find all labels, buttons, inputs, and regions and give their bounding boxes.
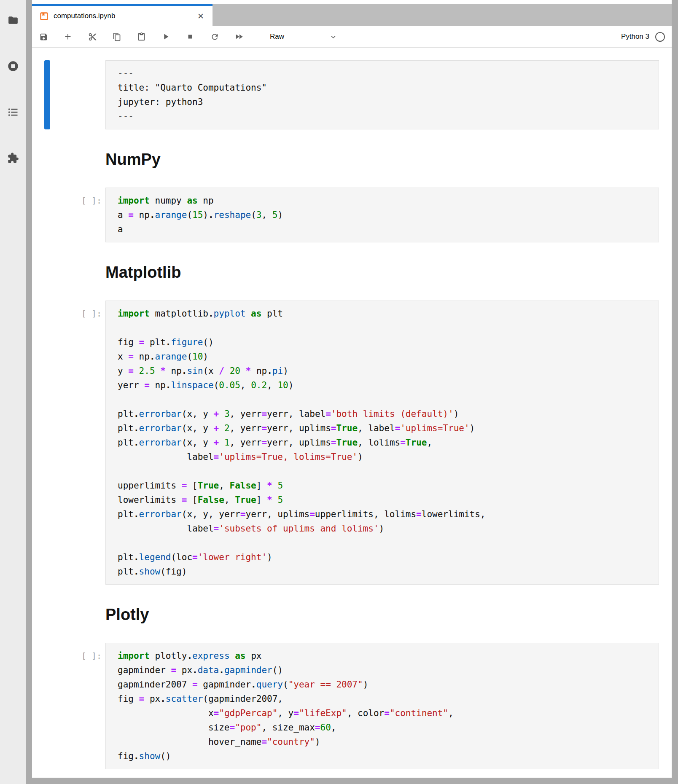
code-cell: [ ]:import matplotlib.pyplot as plt fig … (44, 301, 659, 585)
activity-sidebar (0, 0, 26, 784)
code-line[interactable]: --- (118, 109, 654, 124)
cell-collapser[interactable] (44, 60, 50, 129)
stop-icon (186, 33, 194, 40)
code-line[interactable]: size="pop", size_max=60, (118, 720, 654, 735)
code-line[interactable]: fig = plt.figure() (118, 335, 654, 349)
raw-cell: ---title: "Quarto Computations"jupyter: … (44, 60, 659, 129)
cell-editor[interactable]: import matplotlib.pyplot as plt fig = pl… (105, 301, 659, 585)
code-line[interactable]: a = np.arange(15).reshape(3, 5) (118, 208, 654, 222)
code-line[interactable]: import numpy as np (118, 193, 654, 208)
sidebar-item-extensions[interactable] (5, 150, 22, 166)
code-line[interactable] (118, 464, 654, 478)
markdown-heading[interactable]: Plotly (105, 603, 659, 626)
insert-cell-button[interactable] (63, 32, 73, 41)
copy-cells-button[interactable] (112, 32, 121, 41)
plus-icon (63, 32, 73, 41)
cell-collapser[interactable] (44, 643, 50, 769)
tab-close-icon[interactable]: ✕ (197, 11, 204, 21)
code-line[interactable]: gapminder = px.data.gapminder() (118, 663, 654, 677)
code-line[interactable]: label='uplims=True, lolims=True') (118, 450, 654, 464)
markdown-heading[interactable]: Matplotlib (105, 261, 659, 284)
code-line[interactable]: plt.errorbar(x, y + 3, yerr=yerr, label=… (118, 407, 654, 421)
kernel-idle-indicator-icon[interactable] (655, 32, 665, 42)
cell-editor[interactable]: import numpy as npa = np.arange(15).resh… (105, 188, 659, 242)
list-icon (7, 106, 19, 118)
menubar-bottom-strip (32, 0, 672, 4)
code-line[interactable]: title: "Quarto Computations" (118, 81, 654, 95)
stop-circle-icon (7, 60, 19, 72)
cell-collapser[interactable] (44, 188, 50, 242)
code-line[interactable] (118, 392, 654, 407)
sidebar-splitter[interactable] (26, 0, 32, 784)
markdown-heading[interactable]: NumPy (105, 148, 659, 171)
tab-computations-notebook[interactable]: computations.ipynb ✕ (32, 4, 213, 26)
sidebar-item-table-of-contents[interactable] (5, 104, 22, 121)
code-line[interactable]: hover_name="country") (118, 735, 654, 749)
kernel-status: Python 3 (621, 32, 666, 42)
notebook-content: ---title: "Quarto Computations"jupyter: … (32, 48, 672, 778)
code-cell: [ ]:import numpy as npa = np.arange(15).… (44, 188, 659, 242)
copy-icon (113, 32, 121, 41)
code-cell: [ ]:import plotly.express as pxgapminder… (44, 643, 659, 769)
code-line[interactable]: lowerlimits = [False, True] * 5 (118, 493, 654, 507)
code-line[interactable] (118, 536, 654, 550)
cell-prompt: [ ]: (50, 301, 105, 585)
code-line[interactable]: plt.errorbar(x, y + 1, yerr=yerr, uplims… (118, 435, 654, 450)
main-dock-panel: computations.ipynb ✕ (32, 0, 672, 784)
chevron-down-icon (330, 34, 336, 40)
cut-cells-button[interactable] (88, 32, 97, 41)
window-bottom-border (32, 778, 672, 784)
code-line[interactable]: plt.errorbar(x, y + 2, yerr=yerr, uplims… (118, 421, 654, 435)
scissors-icon (88, 32, 97, 41)
code-line[interactable]: a (118, 222, 654, 236)
jupyterlab-window: computations.ipynb ✕ (0, 0, 678, 784)
run-all-cells-button[interactable] (234, 32, 244, 41)
save-button[interactable] (39, 32, 48, 41)
paste-cells-button[interactable] (137, 32, 146, 41)
code-line[interactable]: --- (118, 66, 654, 81)
cell-editor[interactable]: import plotly.express as pxgapminder = p… (105, 643, 659, 769)
notebook-toolbar: Raw Python 3 (32, 26, 672, 48)
code-line[interactable]: x="gdpPercap", y="lifeExp", color="conti… (118, 706, 654, 720)
code-line[interactable]: import plotly.express as px (118, 649, 654, 663)
interrupt-kernel-button[interactable] (186, 32, 195, 41)
code-line[interactable]: upperlimits = [True, False] * 5 (118, 478, 654, 493)
fast-forward-icon (234, 32, 244, 41)
code-line[interactable]: x = np.arange(10) (118, 349, 654, 364)
folder-icon (8, 15, 19, 26)
cell-type-dropdown[interactable]: Raw (270, 32, 336, 41)
code-line[interactable]: fig.show() (118, 749, 654, 763)
run-cell-button[interactable] (161, 32, 170, 41)
cell-type-value: Raw (270, 32, 284, 41)
cell-prompt: [ ]: (50, 643, 105, 769)
cell-editor[interactable]: ---title: "Quarto Computations"jupyter: … (105, 60, 659, 129)
code-line[interactable]: label='subsets of uplims and lolims') (118, 521, 654, 536)
refresh-icon (210, 32, 219, 41)
cell-collapser[interactable] (44, 301, 50, 585)
sidebar-item-running-sessions[interactable] (5, 58, 22, 75)
puzzle-icon (7, 152, 19, 164)
sidebar-item-file-browser[interactable] (5, 12, 22, 29)
cell-prompt: [ ]: (50, 188, 105, 242)
cell-prompt (50, 60, 105, 129)
code-line[interactable]: y = 2.5 * np.sin(x / 20 * np.pi) (118, 364, 654, 378)
code-line[interactable]: jupyter: python3 (118, 95, 654, 109)
play-icon (161, 32, 170, 41)
code-line[interactable] (118, 321, 654, 335)
code-line[interactable]: plt.errorbar(x, y, yerr=yerr, uplims=upp… (118, 507, 654, 521)
code-line[interactable]: yerr = np.linspace(0.05, 0.2, 10) (118, 378, 654, 392)
tab-title: computations.ipynb (54, 12, 192, 20)
code-line[interactable]: plt.legend(loc='lower right') (118, 550, 654, 564)
code-line[interactable]: gapminder2007 = gapminder.query("year ==… (118, 677, 654, 692)
dock-tab-bar: computations.ipynb ✕ (32, 4, 672, 26)
save-icon (39, 32, 48, 41)
code-line[interactable]: fig = px.scatter(gapminder2007, (118, 692, 654, 706)
window-right-border (672, 0, 678, 784)
notebook-file-icon (40, 12, 48, 21)
kernel-name[interactable]: Python 3 (621, 32, 649, 41)
restart-kernel-button[interactable] (210, 32, 219, 41)
clipboard-icon (137, 32, 146, 41)
code-line[interactable]: import matplotlib.pyplot as plt (118, 306, 654, 321)
code-line[interactable]: plt.show(fig) (118, 564, 654, 579)
